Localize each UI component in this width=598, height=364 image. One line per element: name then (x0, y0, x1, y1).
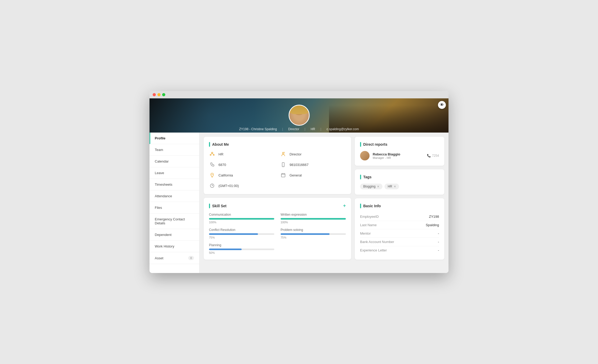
about-item-timezone: (GMT+01:00) (209, 183, 275, 189)
mobile-value: 9810316667 (290, 163, 308, 167)
basic-info-card: Basic Info EmployeeID ZY198 Last Name Sp… (355, 198, 444, 260)
info-value-lastname: Spalding (426, 223, 439, 227)
skill-problem: Problem solving 75% (281, 228, 346, 239)
sidebar-item-dependent[interactable]: Dependent (150, 229, 199, 241)
about-item-location: California (209, 172, 275, 178)
right-column: Direct reports Rebecca Biaggio Manager -… (355, 137, 444, 269)
sidebar-item-profile[interactable]: Profile (150, 133, 199, 144)
about-me-accent (209, 142, 210, 147)
info-row-bank: Bank Account Number - (360, 238, 439, 246)
sidebar-item-workhistory[interactable]: Work History (150, 241, 199, 252)
phone-value: 6870 (218, 163, 226, 167)
info-label-mentor: Mentor (360, 231, 371, 235)
sidebar-label-dependent: Dependent (155, 233, 172, 237)
skill-pct-problem: 75% (281, 236, 346, 239)
about-item-phone: 6870 (209, 161, 275, 168)
sidebar-label-leave: Leave (155, 171, 164, 175)
about-me-title: About Me (209, 142, 346, 147)
skills-grid: Communication 100% Written expression (209, 213, 346, 254)
add-skill-button[interactable]: + (343, 203, 346, 209)
basic-info-accent (360, 204, 361, 208)
mobile-icon (280, 161, 286, 168)
main-layout: Profile Team Calendar Leave Timesheets A… (150, 133, 448, 273)
svg-point-5 (282, 152, 284, 154)
report-item-rebecca: Rebecca Biaggio Manager - HR 📞 7254 (360, 151, 439, 160)
sidebar-item-team[interactable]: Team (150, 144, 199, 156)
content-area: About Me (200, 133, 448, 273)
direct-reports-card: Direct reports Rebecca Biaggio Manager -… (355, 137, 444, 166)
phone-icon-small: 📞 (427, 154, 431, 158)
info-label-employeeid: EmployeeID (360, 215, 379, 219)
sidebar: Profile Team Calendar Leave Timesheets A… (150, 133, 200, 273)
banner-info: ZY198 - Christine Spalding | Director | … (239, 126, 359, 133)
info-value-mentor: - (438, 231, 439, 235)
info-label-experience: Experience Letter (360, 248, 387, 252)
skill-bar-communication (209, 218, 274, 220)
report-role: Manager - HR (373, 156, 424, 159)
avatar-hair (289, 105, 309, 114)
svg-point-0 (212, 152, 213, 154)
about-item-department: HR (209, 151, 275, 157)
info-value-bank: - (438, 240, 439, 244)
report-info-rebecca: Rebecca Biaggio Manager - HR (373, 152, 424, 159)
employee-department: HR (311, 127, 315, 131)
profile-banner: 👁 ZY198 - Christine Spalding | Director … (150, 98, 448, 133)
sidebar-label-attendance: Attendance (155, 194, 172, 198)
skill-pct-communication: 100% (209, 221, 274, 224)
tag-label-hr: HR (388, 185, 392, 188)
skill-fill-written (281, 218, 346, 220)
timezone-icon (209, 183, 215, 189)
svg-point-9 (212, 174, 213, 175)
info-row-lastname: Last Name Spalding (360, 221, 439, 229)
svg-line-6 (284, 152, 285, 153)
banner-profile-center: ZY198 - Christine Spalding | Director | … (239, 105, 359, 133)
info-row-employeeid: EmployeeID ZY198 (360, 213, 439, 221)
profile-avatar (288, 105, 310, 126)
info-row-mentor: Mentor - (360, 229, 439, 238)
skill-bar-planning (209, 249, 274, 250)
tags-accent (360, 175, 361, 179)
report-phone: 📞 7254 (427, 154, 439, 158)
sidebar-item-asset[interactable]: Asset 0 (150, 252, 199, 264)
svg-point-1 (210, 154, 211, 155)
sidebar-label-emergency: Emergency Contact Details (155, 217, 194, 225)
sidebar-item-emergency[interactable]: Emergency Contact Details (150, 214, 199, 229)
sidebar-item-timesheets[interactable]: Timesheets (150, 179, 199, 190)
skill-conflict: Conflict Resolution 75% (209, 228, 274, 239)
eye-icon: 👁 (440, 103, 444, 107)
sidebar-item-files[interactable]: Files (150, 202, 199, 214)
department-icon (209, 151, 215, 157)
skill-pct-written: 100% (281, 221, 346, 224)
skill-communication: Communication 100% (209, 213, 274, 224)
report-avatar-rebecca (360, 151, 370, 160)
skill-planning: Planning 50% (209, 243, 274, 254)
about-item-role: Director (280, 151, 346, 157)
skill-set-card: Skill Set + Communication 100% (204, 198, 351, 260)
svg-point-2 (213, 154, 214, 155)
skill-set-accent (209, 204, 210, 208)
skill-fill-problem (281, 233, 330, 235)
maximize-button[interactable] (162, 93, 165, 96)
info-value-employeeid: ZY198 (429, 215, 439, 219)
minimize-button[interactable] (157, 93, 161, 96)
svg-line-4 (212, 154, 214, 155)
info-row-experience: Experience Letter - (360, 246, 439, 254)
remove-tag-hr[interactable]: × (394, 185, 396, 188)
visibility-toggle-button[interactable]: 👁 (438, 101, 446, 109)
tag-label-blogging: Blogging (363, 185, 376, 188)
info-label-lastname: Last Name (360, 223, 377, 227)
sidebar-label-workhistory: Work History (155, 244, 174, 248)
sidebar-item-calendar[interactable]: Calendar (150, 156, 199, 167)
asset-badge: 0 (188, 256, 194, 260)
skill-written: Written expression 100% (281, 213, 346, 224)
skill-fill-conflict (209, 233, 258, 235)
skill-pct-conflict: 75% (209, 236, 274, 239)
remove-tag-blogging[interactable]: × (377, 185, 379, 188)
tags-title: Tags (360, 175, 439, 179)
skill-fill-planning (209, 249, 242, 250)
basic-info-title: Basic Info (360, 204, 439, 208)
sidebar-item-leave[interactable]: Leave (150, 167, 199, 179)
skill-label-communication: Communication (209, 213, 274, 216)
close-button[interactable] (153, 93, 156, 96)
sidebar-item-attendance[interactable]: Attendance (150, 190, 199, 202)
